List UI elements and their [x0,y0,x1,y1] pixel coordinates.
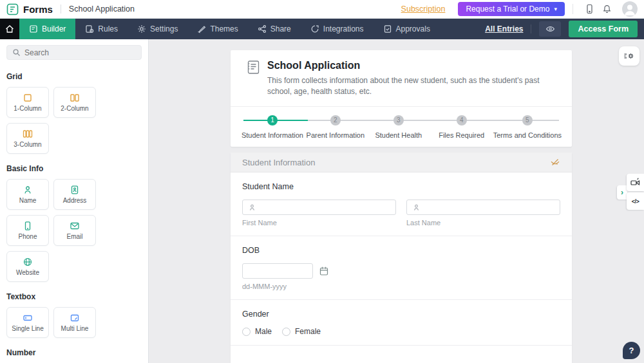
step-student-health[interactable]: 3 Student Health [367,115,430,139]
gender-option-male[interactable]: Male [242,327,272,336]
chevron-right-icon: › [621,188,623,197]
dob-format-caption: dd-MMM-yyyy [242,283,560,290]
page-stepper: 1 Student Information 2 Parent Informati… [231,106,572,147]
dob-input[interactable] [243,264,312,278]
tab-themes[interactable]: Themes [187,19,247,39]
step-parent-information[interactable]: 2 Parent Information [304,115,367,139]
collapse-panel-button[interactable]: › [617,185,627,200]
field-search [6,45,142,60]
calendar-icon [319,266,329,276]
home-icon [5,24,14,33]
first-name-caption: First Name [242,219,396,227]
field-card-website[interactable]: Website [6,251,49,282]
embed-code-button[interactable]: </> [627,192,644,210]
forms-logo-icon [6,3,19,15]
hide-section-button[interactable] [550,158,560,167]
mobile-app-button[interactable] [581,4,598,14]
code-icon: </> [632,198,639,205]
preview-button[interactable] [539,21,561,37]
radio-icon[interactable] [282,328,290,336]
tab-approvals[interactable]: Approvals [374,19,440,39]
mobile-phone-icon [585,4,594,14]
gender-field[interactable]: Gender Male Female [231,300,572,346]
field-card-name[interactable]: Name [6,179,49,210]
tab-rules[interactable]: Rules [75,19,128,39]
person-icon [412,203,421,212]
megaphone-icon [630,178,641,187]
section-header-title: Student Information [242,158,315,167]
step-terms-and-conditions[interactable]: 5 Terms and Conditions [493,115,562,139]
radio-icon[interactable] [242,328,251,336]
field-card-3-column[interactable]: 3-Column [6,123,49,154]
tab-share[interactable]: Share [248,19,301,39]
search-input[interactable] [24,48,136,57]
gear-icon [137,24,146,33]
three-column-icon [22,129,33,139]
field-card-2-column[interactable]: 2-Column [53,87,96,118]
person-icon [22,185,33,195]
tab-integrations[interactable]: Integrations [301,19,374,39]
field-card-address[interactable]: Address [53,179,96,210]
notifications-button[interactable] [598,4,616,14]
field-card-phone[interactable]: Phone [6,215,49,246]
eye-icon [545,25,555,33]
forms-logo[interactable]: Forms [6,3,53,15]
last-name-input[interactable] [407,200,560,214]
user-avatar[interactable] [622,1,638,17]
student-information-section: Student Information Student Name [231,153,572,363]
access-form-button[interactable]: Access Form [569,21,638,37]
single-line-icon [22,313,33,323]
current-form-name: School Application [69,5,135,14]
question-mark-icon: ? [629,346,634,355]
student-name-field[interactable]: Student Name First Name [231,172,572,236]
field-card-1-column[interactable]: 1-Column [6,87,49,118]
globe-icon [22,257,33,267]
tab-builder[interactable]: Builder [19,19,75,39]
rules-icon [85,24,94,33]
form-quick-settings-button[interactable] [619,46,639,66]
field-card-single-line[interactable]: Single Line [6,307,49,338]
home-button[interactable] [0,19,19,39]
subscription-link[interactable]: Subscription [401,5,446,14]
all-entries-link[interactable]: All Entries [485,24,523,33]
form-title: School Application [267,60,556,71]
last-name-caption: Last Name [406,219,560,227]
envelope-icon [69,221,80,231]
bell-icon [602,4,612,14]
calendar-button[interactable] [319,266,329,276]
address-card-icon [69,185,80,195]
section-title-basic-info: Basic Info [6,164,142,173]
dob-field[interactable]: DOB dd-MMM-yyyy [231,236,572,300]
person-icon [248,203,256,212]
first-name-input[interactable] [243,200,395,214]
fields-sidebar: Grid 1-Column 2-Column [0,39,149,363]
gender-option-female[interactable]: Female [282,327,321,336]
multi-line-icon [69,313,80,323]
topbar-separator [573,4,573,14]
one-column-icon [22,93,33,103]
form-document-icon [247,60,260,98]
approvals-icon [383,24,392,33]
section-title-grid: Grid [6,72,142,81]
tab-settings[interactable]: Settings [128,19,187,39]
help-button[interactable]: ? [623,342,640,359]
logo-text: Forms [23,4,53,15]
form-header-card: School Application This form collects in… [231,50,572,147]
form-canvas: School Application This form collects in… [149,39,644,363]
two-column-icon [69,93,80,103]
step-files-required[interactable]: 4 Files Required [430,115,493,139]
nav-separator [531,24,531,33]
topbar-divider [61,5,61,14]
top-bar: Forms School Application Subscription Re… [0,0,644,19]
field-card-multi-line[interactable]: Multi Line [53,307,96,338]
field-card-email[interactable]: Email [53,215,96,246]
builder-nav-bar: Builder Rules Settings Themes [0,19,644,39]
gear-speed-icon [623,51,635,61]
request-trial-button[interactable]: Request a Trial or Demo ▾ [458,2,565,16]
section-title-textbox: Textbox [6,292,142,301]
right-edge-panel: </> [627,174,644,210]
step-student-information[interactable]: 1 Student Information [241,115,304,139]
builder-icon [29,24,38,33]
feedback-button[interactable] [627,174,644,191]
section-title-number: Number [6,348,142,357]
